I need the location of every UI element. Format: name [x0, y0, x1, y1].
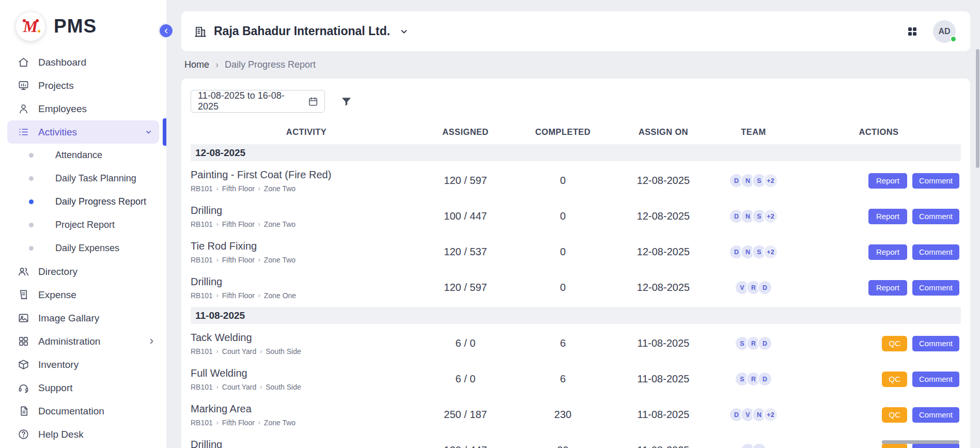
assigned-cell: 6 / 0	[422, 373, 509, 385]
assign-on-cell: 11-08-2025	[617, 409, 710, 421]
activity-cell: DrillingRB101›Fifth Floor›Zone Two	[191, 439, 422, 448]
assigned-cell: 100 / 447	[422, 210, 509, 222]
team-member-avatar[interactable]: R	[752, 443, 767, 448]
qc-button[interactable]: QC	[882, 372, 907, 387]
sidebar-item-activities[interactable]: Activities	[7, 120, 159, 144]
team-extra-count[interactable]: +2	[763, 407, 778, 422]
sidebar-item-documentation[interactable]: Documentation	[0, 399, 166, 423]
main-area: Raja Bahadur International Ltd. AD Home …	[166, 0, 980, 448]
comment-button[interactable]: Comment	[912, 372, 959, 387]
path-segment: Fifth Floor	[222, 256, 255, 264]
path-segment: Fifth Floor	[222, 419, 255, 427]
sidebar-subitem-label: Daily Expenses	[55, 243, 119, 254]
sidebar-subitem-attendance[interactable]: Attendance	[0, 144, 166, 167]
sidebar-subitem-daily-task-planning[interactable]: Daily Task Planning	[0, 167, 166, 190]
comment-button[interactable]: Comment	[912, 209, 959, 224]
table-row: Painting - First Coat (Fire Red)RB101›Fi…	[191, 163, 961, 198]
comment-button[interactable]: Comment	[912, 336, 959, 351]
sidebar-item-help-desk[interactable]: Help Desk	[0, 423, 166, 446]
report-button[interactable]: Report	[868, 209, 907, 224]
user-avatar[interactable]: AD	[933, 20, 956, 43]
column-header-completed: COMPLETED	[509, 127, 617, 137]
assign-on-cell: 11-08-2025	[617, 444, 710, 448]
vertical-scrollbar-thumb[interactable]	[976, 49, 979, 168]
sidebar-item-employees[interactable]: Employees	[0, 97, 166, 120]
sidebar-item-image-gallary[interactable]: Image Gallary	[0, 306, 166, 330]
organization-selector[interactable]: Raja Bahadur International Ltd.	[194, 24, 409, 38]
completed-cell: 0	[509, 246, 617, 258]
sidebar-item-label: Support	[38, 382, 73, 394]
qc-button[interactable]: QC	[882, 336, 907, 351]
sidebar-item-support[interactable]: Support	[0, 376, 166, 399]
sidebar-collapse-button[interactable]	[158, 23, 174, 39]
team-member-avatar[interactable]: D	[757, 280, 772, 295]
path-segment: RB101	[191, 347, 213, 356]
path-chevron-icon: ›	[216, 419, 219, 426]
team-member-avatar[interactable]: D	[757, 372, 772, 387]
sidebar-item-inventory[interactable]: Inventory	[0, 353, 166, 376]
sidebar-subitem-project-report[interactable]: Project Report	[0, 213, 166, 237]
activity-cell: DrillingRB101›Fifth Floor›Zone Two	[191, 205, 422, 228]
sidebar-item-label: Projects	[38, 80, 74, 91]
activity-title: Drilling	[191, 205, 418, 217]
activity-cell: Tie Rod FixingRB101›Fifth Floor›Zone Two	[191, 240, 422, 264]
report-button[interactable]: Report	[868, 244, 907, 260]
activity-cell: Tack WeldingRB101›Court Yard›South Side	[191, 332, 422, 356]
sidebar-subitem-daily-expenses[interactable]: Daily Expenses	[0, 237, 166, 260]
table-row: DrillingRB101›Fifth Floor›Zone Two120 / …	[191, 432, 961, 448]
table-body: 12-08-2025Painting - First Coat (Fire Re…	[191, 144, 961, 448]
qc-button[interactable]: QC	[882, 407, 907, 423]
breadcrumb-home[interactable]: Home	[184, 59, 209, 70]
directory-icon	[18, 266, 29, 277]
comment-button[interactable]: Comment	[912, 407, 959, 423]
report-button[interactable]: Report	[868, 280, 907, 296]
bullet-dot-icon	[29, 223, 34, 227]
column-header-team: TEAM	[710, 127, 797, 137]
documentation-icon	[18, 405, 29, 417]
chevron-down-icon	[144, 128, 153, 136]
activities-icon	[18, 126, 29, 138]
support-icon	[18, 382, 29, 394]
activity-cell: Painting - First Coat (Fire Red)RB101›Fi…	[191, 169, 422, 193]
path-chevron-icon: ›	[258, 221, 260, 228]
report-button[interactable]: Report	[868, 173, 907, 189]
column-header-assigned: ASSIGNED	[422, 127, 509, 137]
assign-on-cell: 12-08-2025	[617, 282, 710, 293]
team-extra-count[interactable]: +2	[763, 173, 778, 188]
sidebar-item-administration[interactable]: Administration	[0, 330, 166, 353]
actions-cell: QCComment	[797, 336, 960, 351]
apps-grid-icon[interactable]	[906, 25, 919, 38]
comment-button[interactable]: Comment	[912, 280, 959, 296]
team-extra-count[interactable]: +2	[763, 209, 778, 224]
activity-location-path: RB101›Court Yard›South Side	[191, 383, 418, 391]
sidebar-item-label: Employees	[38, 103, 87, 115]
filter-row: 11-08-2025 to 16-08-2025	[191, 90, 961, 113]
filter-icon[interactable]	[340, 96, 352, 107]
comment-button[interactable]: Comment	[912, 173, 959, 189]
path-segment: RB101	[191, 383, 213, 391]
sidebar-item-expense[interactable]: Expense	[0, 283, 166, 306]
activity-title: Painting - First Coat (Fire Red)	[191, 169, 418, 181]
completed-cell: 230	[509, 409, 617, 421]
sidebar-item-label: Dashboard	[38, 57, 86, 68]
path-segment: Zone Two	[264, 184, 295, 193]
comment-button[interactable]: Comment	[912, 244, 959, 260]
sidebar-subitem-daily-progress-report[interactable]: Daily Progress Report	[0, 190, 166, 213]
administration-icon	[18, 335, 29, 347]
team-member-avatar[interactable]: D	[757, 336, 772, 351]
report-card: 11-08-2025 to 16-08-2025 ACTIVITY ASSIGN…	[181, 79, 970, 448]
sidebar-item-projects[interactable]: Projects	[0, 74, 166, 97]
team-extra-count[interactable]: +2	[763, 244, 778, 259]
team-cell: SRD	[710, 372, 797, 387]
sidebar-item-dashboard[interactable]: Dashboard	[0, 51, 166, 74]
activity-cell: Marking AreaRB101›Fifth Floor›Zone Two	[191, 403, 422, 427]
activity-location-path: RB101›Court Yard›South Side	[191, 347, 418, 356]
date-range-input[interactable]: 11-08-2025 to 16-08-2025	[191, 90, 325, 113]
sidebar-item-label: Image Gallary	[38, 313, 99, 324]
help-icon	[18, 428, 29, 440]
assigned-cell: 120 / 537	[422, 246, 509, 258]
sidebar-item-directory[interactable]: Directory	[0, 260, 166, 283]
path-chevron-icon: ›	[260, 348, 262, 355]
horizontal-scrollbar-thumb[interactable]	[882, 440, 959, 444]
path-chevron-icon: ›	[216, 185, 219, 192]
